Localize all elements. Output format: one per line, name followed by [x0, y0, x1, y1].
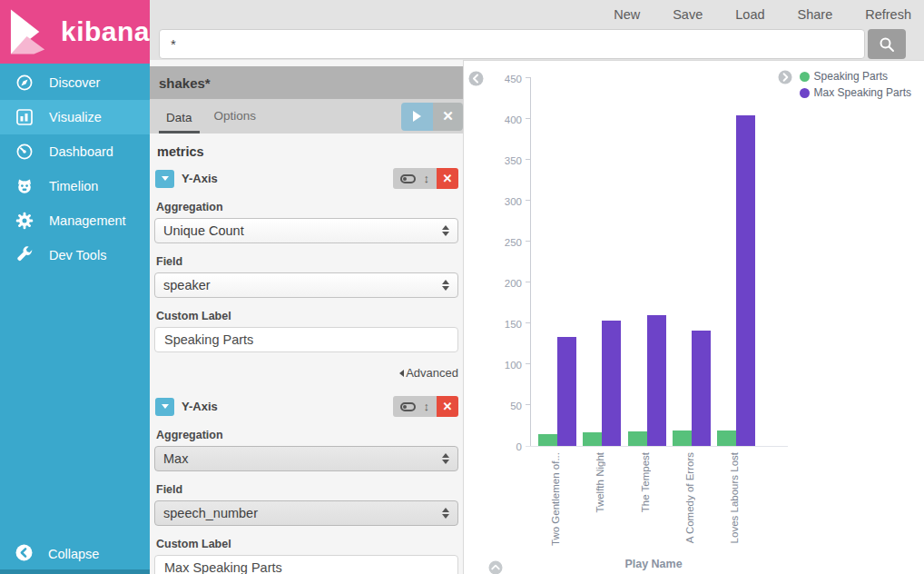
metrics-form: metrics Y-Axis ↕ ✕ Aggregation Unique Co… — [150, 134, 463, 574]
sidebar-item-label: Dashboard — [49, 144, 113, 159]
agg-control-group: ↕ — [393, 396, 437, 417]
custom-label-label: Custom Label — [156, 310, 458, 322]
y-tick-mark — [526, 200, 531, 201]
field-value: speech_number — [163, 506, 258, 520]
bar[interactable] — [602, 321, 621, 446]
sidebar-item-dashboard[interactable]: Dashboard — [0, 134, 150, 169]
bar[interactable] — [673, 430, 692, 446]
disable-agg-toggle-icon[interactable] — [400, 402, 416, 411]
advanced-label: Advanced — [406, 366, 458, 380]
sidebar-item-timelion[interactable]: Timelion — [0, 169, 150, 203]
aggregation-label: Aggregation — [156, 429, 458, 441]
top-menu: New Save Load Share Refresh — [150, 0, 924, 28]
apply-changes-button[interactable] — [401, 103, 433, 131]
legend-item[interactable]: Max Speaking Parts — [800, 86, 911, 99]
bar[interactable] — [628, 431, 647, 446]
sidebar-item-visualize[interactable]: Visualize — [0, 100, 150, 134]
remove-agg-button[interactable]: ✕ — [437, 168, 458, 189]
x-tick-label: A Comedy of Errors — [684, 452, 695, 543]
tab-data[interactable]: Data — [159, 99, 200, 134]
aggregation-select[interactable]: Max — [154, 446, 458, 471]
sidebar-item-dev-tools[interactable]: Dev Tools — [0, 238, 150, 272]
move-agg-icon[interactable]: ↕ — [424, 401, 430, 412]
custom-label-label: Custom Label — [156, 538, 458, 550]
y-tick-mark — [526, 241, 531, 242]
menu-save[interactable]: Save — [673, 7, 703, 22]
y-tick-label: 200 — [475, 278, 522, 289]
menu-new[interactable]: New — [614, 7, 640, 22]
gear-icon — [15, 212, 34, 230]
remove-agg-button[interactable]: ✕ — [437, 396, 458, 417]
agg-collapse-button[interactable] — [155, 398, 174, 416]
custom-label-input[interactable] — [154, 327, 458, 352]
chevron-down-icon — [162, 404, 169, 409]
tab-options[interactable]: Options — [207, 99, 264, 134]
select-arrows-icon — [442, 453, 449, 464]
field-value: speaker — [163, 278, 211, 292]
agg-title: Y-Axis — [182, 172, 218, 185]
agg-title: Y-Axis — [182, 400, 218, 413]
agg-row-header-2: Y-Axis ↕ ✕ — [155, 396, 458, 417]
visualization-panel: Speaking Parts Max Speaking Parts 050100… — [463, 60, 924, 574]
aggregation-select[interactable]: Unique Count — [154, 218, 458, 243]
custom-label-input[interactable] — [154, 555, 458, 574]
legend-dot — [800, 88, 810, 98]
legend-dot — [800, 72, 810, 82]
sidebar-item-label: Discover — [49, 75, 100, 90]
select-arrows-icon — [442, 508, 449, 519]
search-button[interactable] — [868, 29, 906, 59]
discard-changes-button[interactable]: ✕ — [433, 103, 463, 131]
sidebar-item-discover[interactable]: Discover — [0, 65, 150, 100]
gauge-icon — [15, 143, 34, 161]
field-label: Field — [156, 255, 458, 268]
advanced-link[interactable]: Advanced — [154, 366, 458, 380]
sidebar-collapse-button[interactable]: Collapse — [0, 539, 150, 569]
sidebar-item-label: Management — [49, 213, 126, 228]
bar[interactable] — [647, 315, 666, 446]
collapse-label: Collapse — [48, 547, 99, 561]
legend-item[interactable]: Speaking Parts — [800, 70, 911, 83]
aggregation-value: Max — [163, 451, 188, 466]
chevron-down-icon — [162, 176, 169, 181]
plot-area: 050100150200250300350400450Two Gentlemen… — [530, 78, 777, 446]
y-tick-label: 0 — [475, 441, 522, 452]
bar[interactable] — [736, 115, 755, 447]
agg-collapse-button[interactable] — [155, 170, 174, 188]
chevron-up-circle-icon — [488, 560, 503, 574]
bar[interactable] — [538, 434, 557, 447]
menu-load[interactable]: Load — [735, 7, 764, 22]
app-header: kibana — [0, 0, 150, 64]
menu-refresh[interactable]: Refresh — [865, 7, 911, 22]
sidebar-nav: Discover Visualize Dashboard — [0, 64, 150, 574]
search-icon — [879, 36, 895, 53]
triangle-left-icon — [399, 370, 404, 377]
vis-editor-panel: shakes* Data Options ✕ metrics Y-Axis ↕ … — [150, 60, 463, 574]
aggregation-label: Aggregation — [156, 201, 458, 213]
y-tick-label: 400 — [475, 114, 522, 125]
x-tick-label: Two Gentlemen of... — [550, 452, 561, 546]
y-tick-label: 100 — [475, 360, 522, 371]
y-tick-label: 150 — [475, 319, 522, 330]
search-input[interactable] — [159, 29, 865, 59]
collapse-axis-button[interactable] — [488, 560, 504, 574]
bar[interactable] — [583, 432, 602, 446]
top-bar: New Save Load Share Refresh — [150, 0, 924, 60]
select-arrows-icon — [442, 280, 449, 291]
field-select[interactable]: speech_number — [154, 500, 458, 526]
timelion-icon — [15, 177, 34, 195]
sidebar-item-management[interactable]: Management — [0, 203, 150, 238]
move-agg-icon[interactable]: ↕ — [424, 173, 430, 184]
field-select[interactable]: speaker — [154, 272, 458, 298]
disable-agg-toggle-icon[interactable] — [400, 174, 416, 183]
agg-control-group: ↕ — [393, 168, 437, 189]
bar[interactable] — [692, 331, 711, 446]
play-icon — [413, 111, 421, 122]
chevron-right-circle-icon — [778, 70, 792, 84]
x-tick-label: Twelfth Night — [595, 452, 605, 512]
y-tick-label: 250 — [475, 237, 522, 248]
select-arrows-icon — [442, 225, 449, 236]
menu-share[interactable]: Share — [798, 7, 833, 22]
bar[interactable] — [717, 430, 736, 446]
legend-toggle-button[interactable] — [778, 70, 793, 85]
bar[interactable] — [557, 337, 576, 446]
